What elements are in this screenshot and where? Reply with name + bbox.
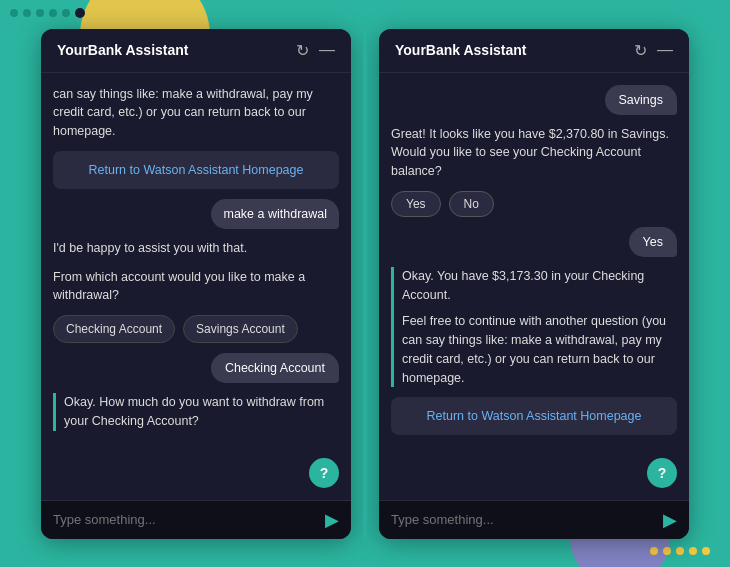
minimize-icon-right[interactable]: — [657,41,673,59]
chat-footer-right: ▶ [379,500,689,539]
decorative-dots-top [10,8,85,18]
minimize-icon-left[interactable]: — [319,41,335,59]
main-container: YourBank Assistant ↻ — can say things li… [41,29,689,539]
msg-user-yes: Yes [629,227,677,257]
yes-no-options: Yes No [391,191,677,217]
chat-body-right: Savings Great! It looks like you have $2… [379,73,689,500]
chat-window-right: YourBank Assistant ↻ — Savings Great! It… [379,29,689,539]
msg-bot-intro: can say things like: make a withdrawal, … [53,85,339,141]
msg-user-withdrawal: make a withdrawal [211,199,339,229]
msg-bot-savings-balance: Great! It looks like you have $2,370.80 … [391,125,677,181]
chat-window-left: YourBank Assistant ↻ — can say things li… [41,29,351,539]
msg-user-checking-selected: Checking Account [211,353,339,383]
chat-title-right: YourBank Assistant [395,42,526,58]
chat-input-right[interactable] [391,512,655,527]
msg-bot-which-account: From which account would you like to mak… [53,268,339,306]
msg-bot-checking-balance: Okay. You have $3,173.30 in your Checkin… [391,267,677,388]
return-homepage-btn-left[interactable]: Return to Watson Assistant Homepage [53,151,339,189]
chat-header-icons-right: ↻ — [634,41,673,60]
chat-header-right: YourBank Assistant ↻ — [379,29,689,73]
refresh-icon-left[interactable]: ↻ [296,41,309,60]
option-checking-account[interactable]: Checking Account [53,315,175,343]
msg-bot-checking-line2: Feel free to continue with another quest… [402,312,677,387]
no-button[interactable]: No [449,191,494,217]
yes-button[interactable]: Yes [391,191,441,217]
window-divider [363,29,367,539]
chat-header-icons-left: ↻ — [296,41,335,60]
send-button-right[interactable]: ▶ [663,509,677,531]
msg-user-savings: Savings [605,85,677,115]
chat-footer-left: ▶ [41,500,351,539]
chat-input-left[interactable] [53,512,317,527]
msg-bot-how-much: Okay. How much do you want to withdraw f… [53,393,339,431]
return-homepage-btn-right[interactable]: Return to Watson Assistant Homepage [391,397,677,435]
help-button-right[interactable]: ? [647,458,677,488]
option-savings-account[interactable]: Savings Account [183,315,298,343]
msg-bot-happy: I'd be happy to assist you with that. [53,239,339,258]
account-options: Checking Account Savings Account [53,315,339,343]
msg-bot-checking-line1: Okay. You have $3,173.30 in your Checkin… [402,267,677,305]
chat-title-left: YourBank Assistant [57,42,188,58]
refresh-icon-right[interactable]: ↻ [634,41,647,60]
chat-body-left: can say things like: make a withdrawal, … [41,73,351,500]
send-button-left[interactable]: ▶ [325,509,339,531]
chat-header-left: YourBank Assistant ↻ — [41,29,351,73]
help-button-left[interactable]: ? [309,458,339,488]
decorative-dots-bottom [650,547,710,555]
